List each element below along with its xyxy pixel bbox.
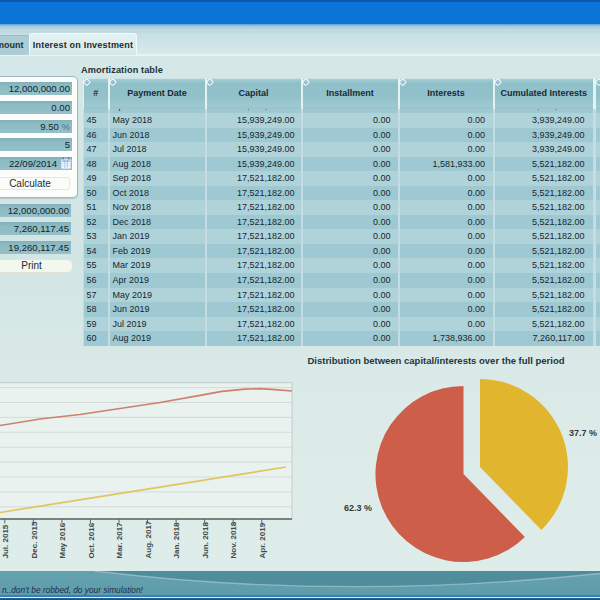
svg-text:Jul. 2015: Jul. 2015	[1, 524, 10, 558]
svg-text:Mar. 2017: Mar. 2017	[115, 522, 124, 559]
svg-text:Oct. 2016: Oct. 2016	[87, 522, 96, 558]
svg-text:Dec. 2015: Dec. 2015	[30, 521, 39, 558]
svg-text:Jan. 2018: Jan. 2018	[172, 522, 181, 559]
svg-text:May 2016: May 2016	[58, 522, 67, 558]
svg-text:Nov. 2018: Nov. 2018	[229, 521, 238, 558]
svg-text:Jun. 2018: Jun. 2018	[201, 521, 210, 558]
svg-text:Aug. 2017: Aug. 2017	[144, 520, 153, 558]
svg-text:Apr. 2019: Apr. 2019	[258, 522, 267, 558]
